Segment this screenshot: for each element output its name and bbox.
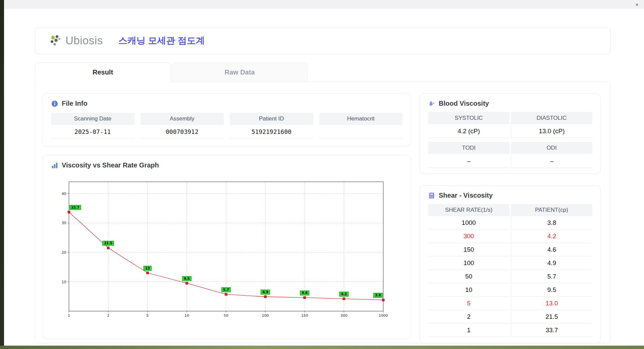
bv-value-cell: 4.2 (cP) [428, 124, 509, 138]
droplet-icon [428, 100, 435, 107]
patient-cell: 5.7 [511, 270, 592, 283]
app-header: Ubiosis 스캐닝 모세관 점도계 [35, 27, 610, 54]
bv-header-cell: SYSTOLIC [428, 112, 509, 124]
svg-text:13: 13 [145, 266, 150, 270]
svg-text:40: 40 [62, 192, 66, 196]
svg-text:9.5: 9.5 [184, 277, 190, 281]
blood-viscosity-table: SYSTOLICDIASTOLIC4.2 (cP)13.0 (cP)TODIOD… [428, 112, 592, 168]
table-row: 221.5 [428, 310, 592, 323]
patient-cell: 4.2 [511, 230, 592, 243]
shear-rate-cell: 50 [428, 270, 509, 283]
field-value [319, 125, 403, 139]
patient-cell: 21.5 [511, 310, 592, 323]
field-label: Hematocrit [319, 113, 403, 125]
bv-header-cell: TODI [428, 142, 509, 154]
shear-rate-cell: 1 [428, 323, 509, 337]
svg-text:10: 10 [184, 313, 189, 318]
shear-header-cell: SHEAR RATE(1/s) [428, 204, 509, 216]
svg-text:5.7: 5.7 [223, 288, 229, 292]
shear-table: SHEAR RATE(1/s)PATIENT(cp)10003.83004.21… [428, 204, 592, 337]
info-icon [51, 100, 58, 107]
graph-card: Viscosity vs Shear Rate Graph 1020304012… [43, 155, 411, 339]
shear-rate-cell: 300 [428, 230, 509, 243]
table-row: 1004.9 [428, 256, 592, 270]
window-titlebar: × [4, 0, 644, 9]
svg-text:4.9: 4.9 [262, 290, 268, 294]
svg-text:150: 150 [301, 313, 308, 318]
blood-viscosity-card: Blood Viscosity SYSTOLICDIASTOLIC4.2 (cP… [420, 93, 601, 174]
blood-viscosity-title: Blood Viscosity [439, 100, 489, 107]
bv-value-row: 4.2 (cP)13.0 (cP) [428, 124, 592, 138]
svg-text:30: 30 [62, 221, 66, 225]
tab-result[interactable]: Result [35, 62, 171, 82]
bv-value-cell: – [511, 154, 592, 168]
svg-text:3.8: 3.8 [375, 293, 381, 297]
bv-value-cell: – [428, 154, 509, 168]
svg-text:21.5: 21.5 [104, 241, 112, 245]
shear-viscosity-title: Shear - Viscosity [439, 192, 493, 199]
file-info-field: Assembly000703912 [141, 113, 224, 139]
field-label: Patient ID [230, 113, 313, 125]
shear-viscosity-title-row: Shear - Viscosity [428, 192, 592, 199]
svg-text:1: 1 [68, 313, 70, 318]
file-info-field: Patient ID51921921600 [230, 113, 313, 139]
shear-rate-cell: 150 [428, 243, 509, 256]
viscosity-chart: 102030401251050100150300100033.721.5139.… [55, 172, 400, 326]
logo-dots-icon [49, 35, 63, 47]
file-info-fields: Scanning Date2025-07-11Assembly000703912… [51, 113, 402, 139]
desktop-bottom-strip [0, 346, 644, 349]
svg-text:50: 50 [224, 313, 228, 318]
shear-rate-cell: 2 [428, 310, 509, 323]
bv-header-cell: DIASTOLIC [511, 112, 592, 124]
calculator-icon [428, 192, 435, 199]
svg-text:5: 5 [146, 313, 149, 318]
bar-chart-icon [51, 162, 58, 169]
patient-cell: 33.7 [511, 323, 592, 337]
table-row: 109.5 [428, 283, 592, 297]
close-icon[interactable]: × [632, 1, 642, 8]
ubiosis-logo: Ubiosis [49, 34, 103, 47]
tab-raw-data[interactable]: Raw Data [172, 62, 308, 82]
tab-bar: Result Raw Data [35, 62, 610, 82]
table-row: 505.7 [428, 270, 592, 283]
svg-text:33.7: 33.7 [71, 206, 79, 209]
table-row: 513.0 [428, 297, 592, 310]
svg-text:4.6: 4.6 [302, 291, 308, 295]
file-info-title-row: File Info [51, 100, 402, 107]
shear-header-row: SHEAR RATE(1/s)PATIENT(cp) [428, 204, 592, 216]
shear-rate-cell: 10 [428, 283, 509, 297]
bv-header-cell: ODI [511, 142, 592, 154]
table-row: 3004.2 [428, 230, 592, 243]
svg-text:4.2: 4.2 [341, 292, 347, 296]
table-row: 1504.6 [428, 243, 592, 256]
field-value: 51921921600 [230, 125, 313, 139]
svg-text:10: 10 [62, 280, 66, 284]
graph-title: Viscosity vs Shear Rate Graph [62, 161, 159, 169]
blood-viscosity-title-row: Blood Viscosity [428, 100, 592, 107]
shear-rate-cell: 1000 [428, 216, 509, 230]
patient-cell: 4.6 [511, 243, 592, 256]
shear-viscosity-card: Shear - Viscosity SHEAR RATE(1/s)PATIENT… [420, 185, 601, 343]
bv-header-row: TODIODI [428, 142, 592, 154]
page-title: 스캐닝 모세관 점도계 [118, 35, 205, 47]
svg-text:2: 2 [107, 313, 109, 318]
field-label: Assembly [141, 113, 224, 125]
table-row: 10003.8 [428, 216, 592, 230]
logo-text: Ubiosis [65, 34, 103, 47]
svg-text:20: 20 [62, 250, 66, 255]
chart-mount: 102030401251050100150300100033.721.5139.… [51, 172, 402, 326]
svg-text:100: 100 [262, 313, 269, 318]
graph-title-row: Viscosity vs Shear Rate Graph [51, 161, 402, 169]
shear-rate-cell: 100 [428, 256, 509, 270]
result-panel: File Info Scanning Date2025-07-11Assembl… [35, 82, 610, 343]
field-value: 2025-07-11 [51, 125, 135, 139]
bv-value-cell: 13.0 (cP) [511, 124, 592, 138]
file-info-card: File Info Scanning Date2025-07-11Assembl… [43, 93, 411, 146]
patient-cell: 13.0 [511, 297, 592, 310]
patient-cell: 4.9 [511, 256, 592, 270]
svg-text:300: 300 [340, 313, 347, 318]
field-label: Scanning Date [51, 113, 135, 125]
table-row: 133.7 [428, 323, 592, 337]
file-info-title: File Info [62, 100, 88, 107]
shear-header-cell: PATIENT(cp) [511, 204, 592, 216]
